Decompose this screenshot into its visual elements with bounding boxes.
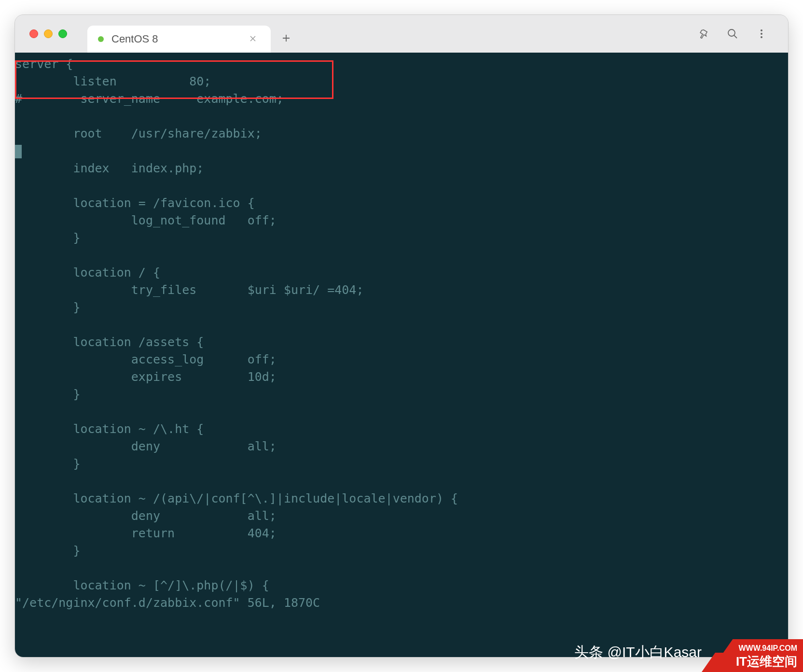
svg-point-3 <box>761 36 762 38</box>
svg-point-1 <box>761 29 762 31</box>
terminal-area[interactable]: server { listen 80; # server_name exampl… <box>15 53 788 657</box>
titlebar: CentOS 8 <box>15 15 788 53</box>
tab-close-button[interactable] <box>246 32 260 46</box>
new-tab-button[interactable] <box>271 31 302 46</box>
terminal-window: CentOS 8 <box>14 14 789 658</box>
search-icon[interactable] <box>726 28 739 40</box>
traffic-lights <box>21 29 79 38</box>
watermark-author: 头条 @IT小白Kasar <box>574 643 702 662</box>
close-window-button[interactable] <box>29 29 38 38</box>
tab-status-dot-icon <box>98 36 104 42</box>
svg-point-2 <box>761 33 762 35</box>
more-icon[interactable] <box>755 28 768 40</box>
terminal-content: server { listen 80; # server_name exampl… <box>15 53 788 612</box>
tab-title: CentOS 8 <box>111 33 246 45</box>
titlebar-actions <box>697 28 782 40</box>
svg-point-0 <box>728 29 735 36</box>
pin-icon[interactable] <box>697 28 710 40</box>
tab-active[interactable]: CentOS 8 <box>87 26 271 53</box>
minimize-window-button[interactable] <box>44 29 53 38</box>
maximize-window-button[interactable] <box>58 29 67 38</box>
watermark-url: WWW.94IP.COM <box>739 644 798 653</box>
watermark-badge: WWW.94IP.COM IT运维空间 <box>702 637 803 672</box>
watermark-site: IT运维空间 <box>736 653 797 670</box>
